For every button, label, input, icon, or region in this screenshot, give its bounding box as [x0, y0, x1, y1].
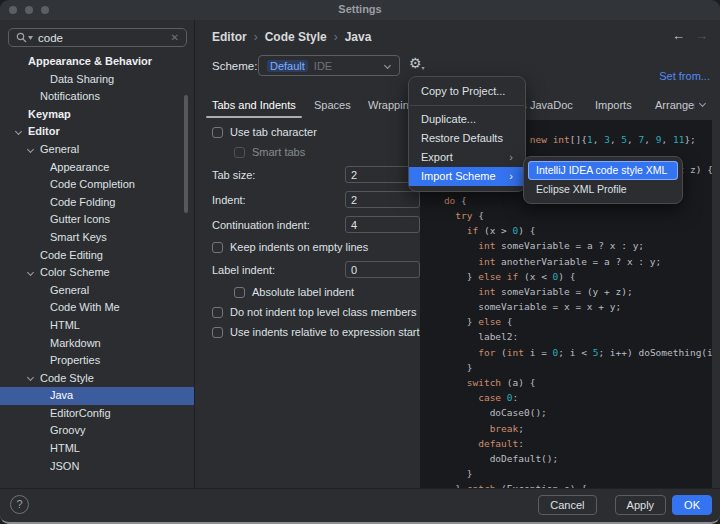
sidebar-item-properties[interactable]: Properties: [0, 352, 194, 370]
submenu-arrow-icon: ›: [509, 148, 513, 167]
sidebar-item-html[interactable]: HTML: [0, 440, 194, 458]
sidebar-item-code-style[interactable]: Code Style: [0, 370, 194, 388]
sidebar-item-label: Java: [50, 389, 73, 401]
sidebar-item-json[interactable]: JSON: [0, 458, 194, 476]
breadcrumb-separator: ›: [334, 30, 338, 44]
chevron-expanded-icon[interactable]: [27, 146, 34, 153]
sidebar-item-code-with-me[interactable]: Code With Me: [0, 299, 194, 317]
menu-item-duplicate[interactable]: Duplicate...: [409, 110, 525, 129]
checkbox-keep-indents-on-empty-lines[interactable]: [212, 242, 223, 253]
sidebar-item-label: Appearance & Behavior: [28, 55, 152, 67]
sidebar-item-appearance-behavior[interactable]: Appearance & Behavior: [0, 53, 194, 71]
input-label-indent[interactable]: [345, 261, 420, 278]
field-label: Label indent:: [212, 264, 275, 276]
menu-item-restore-defaults[interactable]: Restore Defaults: [409, 129, 525, 148]
chevron-expanded-icon[interactable]: [27, 374, 34, 381]
submenu-arrow-icon: ›: [509, 167, 513, 186]
sidebar-item-label: JSON: [50, 460, 79, 472]
title-bar: Settings: [0, 0, 720, 20]
tab-arrangement[interactable]: Arrangement: [655, 95, 695, 119]
settings-search-field[interactable]: ✕: [8, 28, 187, 47]
clear-search-icon[interactable]: ✕: [171, 33, 179, 43]
menu-item-export[interactable]: Export›: [409, 148, 525, 167]
sidebar-item-label: Appearance: [50, 161, 109, 173]
input-indent[interactable]: [345, 191, 420, 208]
chevron-down-icon: [384, 62, 391, 69]
menu-item-label: Import Scheme: [421, 167, 496, 186]
help-button[interactable]: ?: [10, 495, 29, 514]
sidebar-item-code-editing[interactable]: Code Editing: [0, 247, 194, 265]
menu-item-copy-to-project[interactable]: Copy to Project...: [409, 82, 525, 101]
sidebar-item-html[interactable]: HTML: [0, 317, 194, 335]
sidebar-item-code-completion[interactable]: Code Completion: [0, 176, 194, 194]
chevron-expanded-icon[interactable]: [27, 269, 34, 276]
submenu-item-intellij-idea-code-style-xml[interactable]: IntelliJ IDEA code style XML: [528, 161, 678, 180]
breadcrumb-item-editor[interactable]: Editor: [212, 30, 247, 44]
sidebar-item-label: Code Style: [40, 372, 94, 384]
search-icon[interactable]: [16, 32, 33, 43]
checkbox-row-use-indents-relative-to-expression-start[interactable]: Use indents relative to expression start: [212, 322, 420, 342]
sidebar-item-code-folding[interactable]: Code Folding: [0, 194, 194, 212]
scheme-dropdown[interactable]: Default IDE: [258, 55, 400, 76]
sidebar-item-smart-keys[interactable]: Smart Keys: [0, 229, 194, 247]
breadcrumb: Editor›Code Style›Java: [212, 30, 371, 44]
menu-item-label: Export: [421, 148, 453, 167]
checkbox-row-smart-tabs[interactable]: Smart tabs: [212, 142, 420, 162]
sidebar-item-java[interactable]: Java: [0, 387, 194, 405]
checkbox-row-absolute-label-indent[interactable]: Absolute label indent: [212, 282, 420, 302]
sidebar-item-groovy[interactable]: Groovy: [0, 422, 194, 440]
field-label: Continuation indent:: [212, 219, 310, 231]
menu-item-import-scheme[interactable]: Import Scheme›: [409, 167, 525, 186]
sidebar-item-data-sharing[interactable]: Data Sharing: [0, 71, 194, 89]
tab-javadoc[interactable]: JavaDoc: [530, 95, 573, 119]
set-from-link[interactable]: Set from...: [659, 70, 710, 82]
checkbox-use-tab-character[interactable]: [212, 127, 223, 138]
tab-tabs-and-indents[interactable]: Tabs and Indents: [212, 95, 296, 119]
code-line: int someVariable = a ? x : y;: [420, 238, 712, 253]
tab-spaces[interactable]: Spaces: [314, 95, 351, 119]
sidebar-item-markdown[interactable]: Markdown: [0, 335, 194, 353]
breadcrumb-item-java[interactable]: Java: [345, 30, 372, 44]
forward-arrow-icon[interactable]: →: [695, 28, 708, 43]
cancel-button[interactable]: Cancel: [538, 495, 596, 515]
scheme-value: Default: [267, 60, 308, 72]
tab-overflow-chevron-icon[interactable]: [699, 100, 706, 107]
sidebar-item-appearance[interactable]: Appearance: [0, 159, 194, 177]
sidebar-item-general[interactable]: General: [0, 141, 194, 159]
checkbox-do-not-indent-top-level-class-members[interactable]: [212, 307, 223, 318]
sidebar-item-general[interactable]: General: [0, 282, 194, 300]
checkbox-absolute-label-indent[interactable]: [234, 287, 245, 298]
checkbox-row-use-tab-character[interactable]: Use tab character: [212, 122, 420, 142]
sidebar-item-label: Editor: [28, 125, 60, 137]
code-line: case 0:: [420, 390, 712, 405]
checkbox-row-keep-indents-on-empty-lines[interactable]: Keep indents on empty lines: [212, 237, 420, 257]
code-line: for (int i = 0; i < 5; i++) doSomething(…: [420, 345, 712, 360]
search-input[interactable]: [38, 32, 166, 44]
sidebar-item-editorconfig[interactable]: EditorConfig: [0, 405, 194, 423]
code-line: if (x > 0) {: [420, 223, 712, 238]
checkbox-use-indents-relative-to-expression-start[interactable]: [212, 327, 223, 338]
code-line: switch (a) {: [420, 375, 712, 390]
sidebar-item-gutter-icons[interactable]: Gutter Icons: [0, 211, 194, 229]
back-arrow-icon[interactable]: ←: [672, 28, 685, 43]
tab-imports[interactable]: Imports: [595, 95, 632, 119]
breadcrumb-item-code-style[interactable]: Code Style: [265, 30, 327, 44]
scheme-actions-gear-icon[interactable]: ⚙▾: [409, 55, 425, 71]
checkbox-label: Keep indents on empty lines: [230, 241, 368, 253]
sidebar-item-color-scheme[interactable]: Color Scheme: [0, 264, 194, 282]
apply-button[interactable]: Apply: [615, 495, 667, 515]
input-continuation-indent[interactable]: [345, 216, 420, 233]
code-style-tabs: Tabs and IndentsSpacesWrapping and Brace…: [0, 95, 695, 119]
chevron-expanded-icon[interactable]: [15, 128, 22, 135]
checkbox-row-do-not-indent-top-level-class-members[interactable]: Do not indent top level class members: [212, 302, 420, 322]
sidebar-item-editor[interactable]: Editor: [0, 123, 194, 141]
field-label: Indent:: [212, 194, 246, 206]
ok-button[interactable]: OK: [672, 495, 712, 515]
sidebar-item-label: Markdown: [50, 337, 101, 349]
submenu-item-eclipse-xml-profile[interactable]: Eclipse XML Profile: [528, 180, 678, 199]
sidebar-item-label: Code Completion: [50, 178, 135, 190]
field-row-tab-size: Tab size:: [212, 162, 420, 187]
code-line: default:: [420, 436, 712, 451]
code-line: someVariable = x = x + y;: [420, 299, 712, 314]
checkbox-smart-tabs[interactable]: [234, 147, 245, 158]
